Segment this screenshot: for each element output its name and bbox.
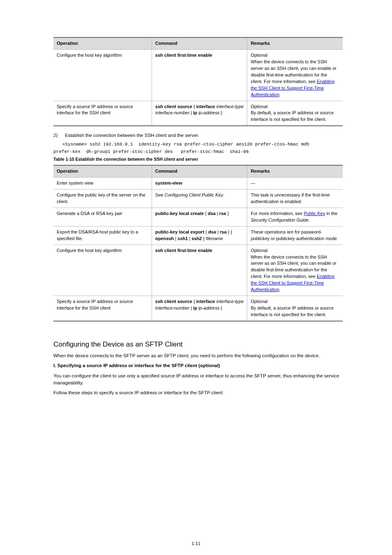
cell-command: public-key local export { dsa | rsa } { … bbox=[152, 226, 247, 245]
col-command-header: Command bbox=[152, 37, 247, 49]
sftp-leadin-paragraph: Follow these steps to specify a source I… bbox=[53, 389, 343, 396]
cell-operation: Configure the host key algorithm bbox=[53, 49, 152, 101]
table-1-10: Operation Command Remarks Enter system v… bbox=[53, 165, 343, 321]
table-row: Generate a DSA or RSA key pair public-ke… bbox=[53, 208, 343, 226]
table-1-10-caption: Table 1-10 Establish the connection betw… bbox=[53, 156, 343, 162]
page-number: 1-11 bbox=[0, 541, 392, 547]
table-row: Export the DSA/RSA host public key to a … bbox=[53, 226, 343, 245]
table-9-continuation: Operation Command Remarks Configure the … bbox=[53, 37, 343, 126]
table-row: Enter system view system-view — bbox=[53, 178, 343, 190]
col-remarks-header: Remarks bbox=[247, 165, 343, 177]
cell-command: public-key local create { dsa | rsa } bbox=[152, 208, 247, 226]
cell-remarks: — bbox=[247, 178, 343, 190]
cell-remarks: These operations are for password-public… bbox=[247, 226, 343, 245]
cell-remarks: OptionalBy default, a source IP address … bbox=[247, 101, 343, 126]
cell-remarks: Optional When the device connects to the… bbox=[247, 49, 343, 101]
col-operation-header: Operation bbox=[53, 165, 152, 177]
table-header-row: Operation Command Remarks bbox=[53, 165, 343, 177]
cell-command: ssh client source { interface interface-… bbox=[152, 101, 247, 126]
cell-operation: Specify a source IP address or source in… bbox=[53, 101, 152, 126]
sftp-subheading: I. Specifying a source IP address or int… bbox=[53, 362, 343, 369]
cell-operation: Configure the public key of the server o… bbox=[53, 189, 152, 208]
cell-operation: Configure the host key algorithm bbox=[53, 245, 152, 296]
col-command-header: Command bbox=[152, 165, 247, 177]
cell-command: ssh client source { interface interface-… bbox=[152, 296, 247, 321]
table-row: Configure the public key of the server o… bbox=[53, 189, 343, 208]
table-row: Configure the host key algorithm ssh cli… bbox=[53, 49, 343, 101]
cell-operation: Enter system view bbox=[53, 178, 152, 190]
link-public-key[interactable]: Public Key bbox=[304, 211, 325, 216]
cell-command: See Configuring Client Public Key. bbox=[152, 189, 247, 208]
cell-remarks: For more information, see Public Key in … bbox=[247, 208, 343, 226]
sftp-desc-paragraph: You can configure the client to use only… bbox=[53, 372, 343, 386]
cell-command: ssh client first-time enable bbox=[152, 49, 247, 101]
step-2-cmd-line1: <Sysname> ssh2 192.168.0.1 identity-key … bbox=[53, 141, 343, 148]
col-remarks-header: Remarks bbox=[247, 37, 343, 49]
cell-remarks: OptionalBy default, a source IP address … bbox=[247, 296, 343, 321]
cell-operation: Specify a source IP address or source in… bbox=[53, 296, 152, 321]
cell-remarks: Optional When the device connects to the… bbox=[247, 245, 343, 296]
col-operation-header: Operation bbox=[53, 37, 152, 49]
sftp-intro-paragraph: When the device connects to the SFTP ser… bbox=[53, 352, 343, 359]
cell-operation: Export the DSA/RSA host public key to a … bbox=[53, 226, 152, 245]
sftp-section-title: Configuring the Device as an SFTP Client bbox=[53, 340, 343, 350]
cell-command: ssh client first-time enable bbox=[152, 245, 247, 296]
cell-operation: Generate a DSA or RSA key pair bbox=[53, 208, 152, 226]
cell-command: system-view bbox=[152, 178, 247, 190]
table-header-row: Operation Command Remarks bbox=[53, 37, 343, 49]
step-2-cmd-line2: prefer-kex dh-group1 prefer-stoc-cipher … bbox=[53, 149, 343, 155]
table-row: Configure the host key algorithm ssh cli… bbox=[53, 245, 343, 296]
link-first-time-auth[interactable]: Enabling the SSH Client to Support First… bbox=[251, 79, 334, 97]
cell-remarks: This task is unnecessary if the first-ti… bbox=[247, 189, 343, 208]
step-2-title: 2)Establish the connection between the S… bbox=[53, 132, 343, 139]
table-row: Specify a source IP address or source in… bbox=[53, 101, 343, 126]
table-row: Specify a source IP address or source in… bbox=[53, 296, 343, 321]
link-first-time-auth[interactable]: Enabling the SSH Client to Support First… bbox=[251, 274, 334, 292]
